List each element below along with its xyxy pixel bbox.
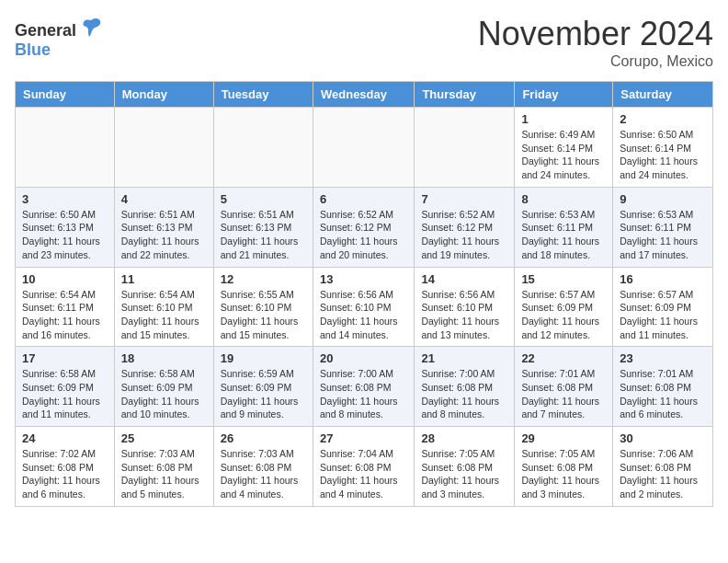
day-info: Sunrise: 7:05 AMSunset: 6:08 PMDaylight:… xyxy=(421,447,507,501)
day-number: 20 xyxy=(320,351,407,365)
day-number: 8 xyxy=(521,192,606,206)
day-info: Sunrise: 7:00 AMSunset: 6:08 PMDaylight:… xyxy=(320,367,407,421)
calendar-cell xyxy=(16,108,115,188)
calendar: SundayMondayTuesdayWednesdayThursdayFrid… xyxy=(15,81,713,507)
calendar-cell: 17Sunrise: 6:58 AMSunset: 6:09 PMDayligh… xyxy=(16,347,115,427)
calendar-cell: 19Sunrise: 6:59 AMSunset: 6:09 PMDayligh… xyxy=(213,347,313,427)
day-number: 28 xyxy=(421,431,507,445)
calendar-cell: 29Sunrise: 7:05 AMSunset: 6:08 PMDayligh… xyxy=(515,427,613,507)
day-number: 7 xyxy=(421,192,507,206)
day-info: Sunrise: 7:06 AMSunset: 6:08 PMDaylight:… xyxy=(620,447,706,501)
page: General Blue November 2024 Corupo, Mexic… xyxy=(0,0,728,522)
day-number: 16 xyxy=(620,272,706,286)
day-info: Sunrise: 6:57 AMSunset: 6:09 PMDaylight:… xyxy=(521,288,606,342)
day-number: 25 xyxy=(121,431,207,445)
day-number: 10 xyxy=(22,272,108,286)
day-number: 15 xyxy=(521,272,606,286)
day-info: Sunrise: 7:00 AMSunset: 6:08 PMDaylight:… xyxy=(421,367,507,421)
month-title: November 2024 xyxy=(478,15,713,53)
day-number: 23 xyxy=(620,351,706,365)
weekday-header: Thursday xyxy=(415,82,515,108)
calendar-cell: 8Sunrise: 6:53 AMSunset: 6:11 PMDaylight… xyxy=(515,187,613,267)
calendar-cell: 16Sunrise: 6:57 AMSunset: 6:09 PMDayligh… xyxy=(613,267,713,347)
calendar-cell: 3Sunrise: 6:50 AMSunset: 6:13 PMDaylight… xyxy=(16,187,115,267)
calendar-cell: 6Sunrise: 6:52 AMSunset: 6:12 PMDaylight… xyxy=(313,187,414,267)
logo: General Blue xyxy=(15,15,104,60)
calendar-cell: 5Sunrise: 6:51 AMSunset: 6:13 PMDaylight… xyxy=(213,187,313,267)
calendar-week-row: 17Sunrise: 6:58 AMSunset: 6:09 PMDayligh… xyxy=(16,347,713,427)
day-info: Sunrise: 6:54 AMSunset: 6:10 PMDaylight:… xyxy=(121,288,207,342)
calendar-cell: 28Sunrise: 7:05 AMSunset: 6:08 PMDayligh… xyxy=(415,427,515,507)
calendar-week-row: 3Sunrise: 6:50 AMSunset: 6:13 PMDaylight… xyxy=(16,187,713,267)
calendar-cell: 27Sunrise: 7:04 AMSunset: 6:08 PMDayligh… xyxy=(313,427,414,507)
day-info: Sunrise: 7:02 AMSunset: 6:08 PMDaylight:… xyxy=(22,447,108,501)
logo-blue: Blue xyxy=(15,40,51,60)
title-block: November 2024 Corupo, Mexico xyxy=(478,15,713,70)
calendar-cell xyxy=(415,108,515,188)
weekday-header: Tuesday xyxy=(213,82,313,108)
day-number: 12 xyxy=(221,272,306,286)
day-info: Sunrise: 6:58 AMSunset: 6:09 PMDaylight:… xyxy=(121,367,207,421)
calendar-cell: 25Sunrise: 7:03 AMSunset: 6:08 PMDayligh… xyxy=(114,427,213,507)
calendar-cell: 4Sunrise: 6:51 AMSunset: 6:13 PMDaylight… xyxy=(114,187,213,267)
calendar-week-row: 10Sunrise: 6:54 AMSunset: 6:11 PMDayligh… xyxy=(16,267,713,347)
calendar-cell: 1Sunrise: 6:49 AMSunset: 6:14 PMDaylight… xyxy=(515,108,613,188)
day-info: Sunrise: 7:04 AMSunset: 6:08 PMDaylight:… xyxy=(320,447,407,501)
day-number: 5 xyxy=(221,192,306,206)
day-info: Sunrise: 6:50 AMSunset: 6:13 PMDaylight:… xyxy=(22,208,108,262)
weekday-header: Wednesday xyxy=(313,82,414,108)
calendar-cell: 24Sunrise: 7:02 AMSunset: 6:08 PMDayligh… xyxy=(16,427,115,507)
day-info: Sunrise: 7:03 AMSunset: 6:08 PMDaylight:… xyxy=(121,447,207,501)
header: General Blue November 2024 Corupo, Mexic… xyxy=(15,15,713,70)
calendar-cell: 26Sunrise: 7:03 AMSunset: 6:08 PMDayligh… xyxy=(213,427,313,507)
calendar-cell: 30Sunrise: 7:06 AMSunset: 6:08 PMDayligh… xyxy=(613,427,713,507)
day-info: Sunrise: 6:49 AMSunset: 6:14 PMDaylight:… xyxy=(521,128,606,182)
day-number: 14 xyxy=(421,272,507,286)
calendar-cell: 23Sunrise: 7:01 AMSunset: 6:08 PMDayligh… xyxy=(613,347,713,427)
calendar-cell: 10Sunrise: 6:54 AMSunset: 6:11 PMDayligh… xyxy=(16,267,115,347)
day-info: Sunrise: 6:55 AMSunset: 6:10 PMDaylight:… xyxy=(221,288,306,342)
logo-bird-icon xyxy=(78,15,104,46)
day-number: 22 xyxy=(521,351,606,365)
day-number: 21 xyxy=(421,351,507,365)
day-info: Sunrise: 6:52 AMSunset: 6:12 PMDaylight:… xyxy=(421,208,507,262)
day-number: 1 xyxy=(521,112,606,126)
day-number: 13 xyxy=(320,272,407,286)
day-number: 11 xyxy=(121,272,207,286)
day-number: 6 xyxy=(320,192,407,206)
calendar-header-row: SundayMondayTuesdayWednesdayThursdayFrid… xyxy=(16,82,713,108)
day-info: Sunrise: 6:53 AMSunset: 6:11 PMDaylight:… xyxy=(521,208,606,262)
day-info: Sunrise: 6:50 AMSunset: 6:14 PMDaylight:… xyxy=(620,128,706,182)
day-number: 30 xyxy=(620,431,706,445)
day-number: 18 xyxy=(121,351,207,365)
calendar-cell: 21Sunrise: 7:00 AMSunset: 6:08 PMDayligh… xyxy=(415,347,515,427)
calendar-cell: 22Sunrise: 7:01 AMSunset: 6:08 PMDayligh… xyxy=(515,347,613,427)
logo-general: General xyxy=(15,21,76,40)
calendar-cell xyxy=(114,108,213,188)
day-number: 26 xyxy=(221,431,306,445)
day-number: 19 xyxy=(221,351,306,365)
day-info: Sunrise: 6:56 AMSunset: 6:10 PMDaylight:… xyxy=(320,288,407,342)
calendar-cell xyxy=(313,108,414,188)
day-info: Sunrise: 7:01 AMSunset: 6:08 PMDaylight:… xyxy=(521,367,606,421)
calendar-cell: 15Sunrise: 6:57 AMSunset: 6:09 PMDayligh… xyxy=(515,267,613,347)
calendar-cell: 18Sunrise: 6:58 AMSunset: 6:09 PMDayligh… xyxy=(114,347,213,427)
day-info: Sunrise: 6:51 AMSunset: 6:13 PMDaylight:… xyxy=(121,208,207,262)
calendar-cell: 12Sunrise: 6:55 AMSunset: 6:10 PMDayligh… xyxy=(213,267,313,347)
day-number: 24 xyxy=(22,431,108,445)
weekday-header: Saturday xyxy=(613,82,713,108)
weekday-header: Sunday xyxy=(16,82,115,108)
day-info: Sunrise: 6:54 AMSunset: 6:11 PMDaylight:… xyxy=(22,288,108,342)
day-info: Sunrise: 6:52 AMSunset: 6:12 PMDaylight:… xyxy=(320,208,407,262)
calendar-cell: 2Sunrise: 6:50 AMSunset: 6:14 PMDaylight… xyxy=(613,108,713,188)
calendar-week-row: 1Sunrise: 6:49 AMSunset: 6:14 PMDaylight… xyxy=(16,108,713,188)
day-info: Sunrise: 6:58 AMSunset: 6:09 PMDaylight:… xyxy=(22,367,108,421)
calendar-cell: 7Sunrise: 6:52 AMSunset: 6:12 PMDaylight… xyxy=(415,187,515,267)
day-number: 9 xyxy=(620,192,706,206)
day-info: Sunrise: 6:56 AMSunset: 6:10 PMDaylight:… xyxy=(421,288,507,342)
day-info: Sunrise: 6:57 AMSunset: 6:09 PMDaylight:… xyxy=(620,288,706,342)
calendar-cell: 14Sunrise: 6:56 AMSunset: 6:10 PMDayligh… xyxy=(415,267,515,347)
calendar-cell: 11Sunrise: 6:54 AMSunset: 6:10 PMDayligh… xyxy=(114,267,213,347)
day-number: 3 xyxy=(22,192,108,206)
calendar-cell: 20Sunrise: 7:00 AMSunset: 6:08 PMDayligh… xyxy=(313,347,414,427)
